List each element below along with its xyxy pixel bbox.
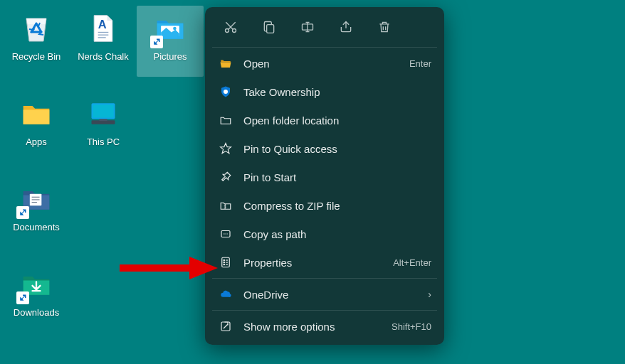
rename-icon[interactable]	[298, 17, 317, 37]
icon-label: Recycle Bin	[12, 51, 61, 63]
menu-divider	[212, 47, 437, 48]
menu-item-label: Take Ownership	[243, 86, 431, 98]
menu-item-open-folder-location[interactable]: Open folder location	[205, 106, 444, 134]
shortcut-arrow-icon	[16, 291, 29, 304]
pin-icon	[218, 169, 233, 185]
menu-item-label: Pin to Start	[243, 171, 431, 183]
menu-divider	[212, 278, 437, 279]
icon-label: Apps	[26, 136, 47, 148]
menu-item-label: Copy as path	[243, 228, 431, 240]
context-menu-top-row	[205, 11, 444, 46]
svg-point-15	[233, 29, 236, 33]
menu-item-label: Open	[243, 58, 409, 70]
cut-icon[interactable]	[221, 17, 241, 37]
menu-item-shortcut: Alt+Enter	[393, 257, 431, 268]
svg-rect-9	[100, 119, 107, 121]
copy-icon[interactable]	[259, 17, 279, 37]
zip-icon	[218, 198, 233, 213]
recycle-bin-icon	[18, 10, 55, 47]
menu-item-show-more-options[interactable]: Show more options Shift+F10	[205, 312, 444, 341]
menu-item-shortcut: Shift+F10	[392, 321, 431, 332]
menu-item-onedrive[interactable]: OneDrive ›	[205, 280, 444, 309]
this-pc-icon	[85, 95, 122, 132]
icon-label: Documents	[13, 222, 60, 233]
onedrive-icon	[218, 287, 233, 302]
svg-point-21	[224, 259, 225, 261]
desktop-icon-documents[interactable]: Documents	[3, 176, 70, 247]
documents-folder-icon	[18, 181, 55, 218]
menu-item-label: Open folder location	[243, 114, 431, 127]
menu-item-pin-quick-access[interactable]: Pin to Quick access	[205, 134, 444, 163]
menu-item-compress-zip[interactable]: Compress to ZIP file	[205, 191, 444, 220]
svg-point-22	[224, 262, 225, 263]
empty-slot	[70, 176, 137, 255]
text-document-icon: A	[85, 10, 122, 47]
svg-point-18	[224, 90, 228, 94]
star-icon	[218, 141, 233, 156]
desktop-icon-recycle-bin[interactable]: Recycle Bin	[3, 6, 70, 77]
delete-icon[interactable]	[374, 17, 394, 37]
svg-text:A: A	[98, 18, 107, 31]
shield-icon	[218, 84, 233, 100]
desktop-icon-this-pc[interactable]: This PC	[70, 91, 137, 162]
shortcut-arrow-icon	[150, 36, 163, 48]
copy-path-icon	[218, 226, 233, 242]
menu-item-label: Compress to ZIP file	[243, 200, 431, 212]
properties-icon	[218, 255, 233, 270]
folder-open-icon	[218, 55, 233, 71]
icon-label: Pictures	[154, 51, 187, 63]
empty-slot	[137, 176, 204, 255]
menu-item-label: Pin to Quick access	[243, 143, 431, 155]
icon-label: This PC	[87, 136, 120, 148]
menu-item-label: OneDrive	[243, 289, 424, 301]
menu-item-label: Show more options	[243, 321, 392, 333]
desktop: Recycle Bin A Nerds Chalk	[0, 0, 625, 364]
desktop-icon-downloads[interactable]: Downloads	[3, 262, 70, 333]
menu-item-properties[interactable]: Properties Alt+Enter	[205, 248, 444, 277]
empty-slot	[137, 91, 204, 169]
menu-item-label: Properties	[243, 257, 393, 269]
more-icon	[218, 318, 233, 334]
context-menu: Open Enter Take Ownership Open folder lo…	[205, 7, 444, 345]
menu-item-take-ownership[interactable]: Take Ownership	[205, 77, 444, 106]
desktop-icon-nerds-chalk[interactable]: A Nerds Chalk	[70, 6, 137, 77]
menu-item-open[interactable]: Open Enter	[205, 49, 444, 77]
desktop-icon-pictures[interactable]: Pictures	[137, 6, 204, 77]
menu-item-shortcut: Enter	[409, 58, 431, 69]
share-icon[interactable]	[336, 17, 356, 37]
menu-item-copy-as-path[interactable]: Copy as path	[205, 220, 444, 248]
svg-rect-16	[267, 25, 274, 33]
icon-label: Nerds Chalk	[78, 51, 129, 63]
menu-divider	[212, 310, 437, 311]
svg-point-14	[226, 29, 229, 33]
svg-rect-7	[93, 105, 113, 117]
svg-point-23	[224, 264, 225, 265]
svg-point-5	[173, 27, 177, 31]
folder-icon	[18, 95, 55, 132]
folder-location-icon	[218, 112, 233, 128]
shortcut-arrow-icon	[16, 206, 29, 219]
pictures-folder-icon	[152, 10, 189, 47]
chevron-right-icon: ›	[428, 289, 431, 300]
downloads-folder-icon	[18, 266, 55, 303]
menu-item-pin-to-start[interactable]: Pin to Start	[205, 163, 444, 191]
icon-label: Downloads	[14, 307, 59, 318]
desktop-icon-apps[interactable]: Apps	[3, 91, 70, 162]
